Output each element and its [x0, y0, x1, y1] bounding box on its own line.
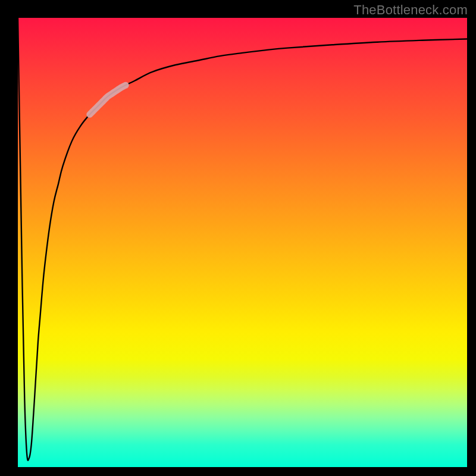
chart-frame: TheBottleneck.com	[0, 0, 476, 476]
plot-background-gradient	[18, 18, 467, 467]
watermark-text: TheBottleneck.com	[353, 2, 468, 18]
